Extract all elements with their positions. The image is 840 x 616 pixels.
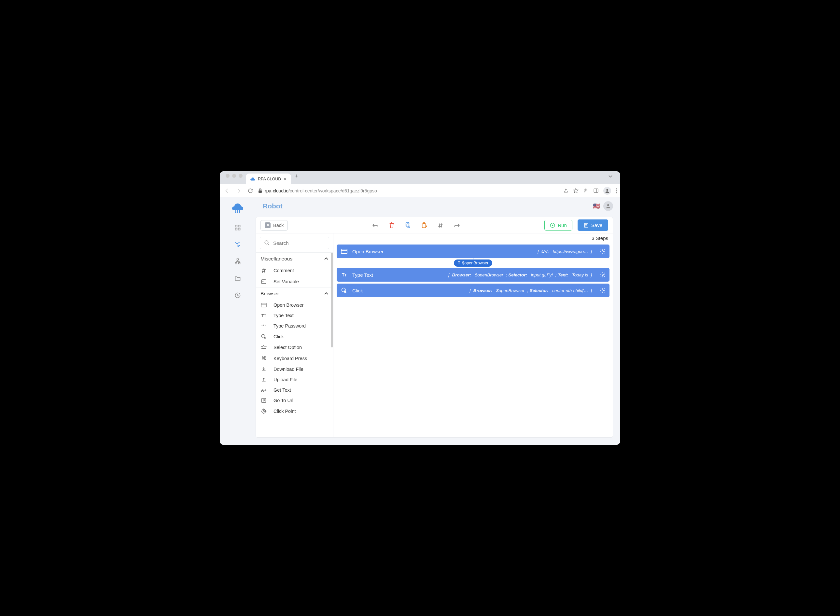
gear-icon[interactable] [600,248,605,254]
nav-forward-button[interactable] [235,187,243,195]
svg-line-28 [268,243,269,245]
tab-title: RPA CLOUD [258,177,281,181]
window-close-dot[interactable] [226,174,230,178]
run-button[interactable]: Run [544,220,572,230]
step-block[interactable]: Click [ Browser: $openBrowser ;Selector:… [337,284,610,297]
palette-item[interactable]: Download File [256,364,333,374]
chevron-up-icon [324,292,328,295]
section-header-browser[interactable]: Browser [256,287,333,300]
chevron-up-icon [324,257,328,261]
svg-point-12 [239,212,240,213]
paste-icon[interactable] [421,222,428,229]
click-icon [261,334,267,340]
svg-rect-15 [235,228,237,230]
save-icon [583,223,589,228]
chip-label: $openBrowser [462,261,489,265]
step-name: Type Text [352,272,373,278]
select-icon [261,345,267,350]
rail-workflow-icon[interactable] [234,258,241,265]
svg-point-21 [607,204,609,206]
close-icon[interactable]: × [284,176,286,182]
search-input[interactable] [273,240,325,246]
star-icon[interactable] [573,188,579,194]
window-minimize-dot[interactable] [232,174,236,178]
save-button[interactable]: Save [578,220,608,231]
palette-item[interactable]: TTType Text [256,310,333,321]
section-header-misc[interactable]: Miscellaneous [256,252,333,265]
delete-icon[interactable] [388,222,395,229]
play-icon [550,223,555,228]
palette-search[interactable] [260,237,329,249]
svg-point-36 [263,411,265,412]
rail-folder-icon[interactable] [234,275,241,282]
nav-back-button[interactable] [223,187,231,195]
extensions-icon[interactable] [583,188,589,194]
palette-item[interactable]: A+Get Text [256,385,333,395]
palette-item[interactable]: Click Point [256,406,333,417]
share-icon[interactable] [563,188,569,194]
step-params: [ Browser: $openBrowser ;Selector: input… [448,273,592,277]
svg-point-5 [616,190,617,191]
palette-item[interactable]: Select Option [256,342,333,353]
workflow-canvas: 3 Steps Open Browser [ Url: https://www.… [333,233,613,437]
get-text-icon: A+ [261,388,267,393]
address-bar: rpa-cloud.io/control-center/workspace/d6… [220,184,620,197]
page-title: Robot [263,202,283,210]
window-zoom-dot[interactable] [239,174,243,178]
back-button[interactable]: ✕ Back [261,220,288,230]
browser-tab[interactable]: RPA CLOUD × [246,173,291,184]
editor-card: ✕ Back Run [256,217,613,438]
palette-item[interactable]: ⌘Keyboard Press [256,353,333,364]
undo-icon[interactable] [372,222,379,229]
hash-icon[interactable] [437,222,444,229]
svg-point-39 [602,251,604,252]
back-x-icon: ✕ [265,222,271,228]
svg-rect-19 [239,263,240,264]
tab-overflow-button[interactable] [608,175,618,181]
app-logo[interactable] [231,202,244,213]
redo-icon[interactable] [453,222,460,229]
svg-rect-13 [235,225,237,227]
palette-item[interactable]: ***Type Password [256,321,333,331]
action-palette: Miscellaneous Comment Set Variable Brows… [256,233,333,437]
variable-chip[interactable]: T $openBrowser [454,260,492,267]
gear-icon[interactable] [600,272,605,278]
gear-icon[interactable] [600,287,605,293]
svg-point-30 [262,281,263,282]
locale-flag[interactable]: 🇺🇸 [593,202,600,210]
svg-rect-14 [238,225,240,227]
new-tab-button[interactable]: + [291,173,302,183]
kebab-icon[interactable] [616,188,617,194]
copy-icon[interactable] [405,222,412,229]
editor-toolbar: ✕ Back Run [256,217,613,233]
profile-avatar[interactable] [603,187,611,195]
palette-item[interactable]: Upload File [256,374,333,385]
palette-item[interactable]: Set Variable [256,276,333,287]
toolbar-center [290,222,542,229]
url-path: /control-center/workspace/d61gaezl9r5gps… [289,188,377,194]
step-block[interactable]: Open Browser [ Url: https://www.goo… ] [337,245,610,258]
url-field[interactable]: rpa-cloud.io/control-center/workspace/d6… [258,188,559,194]
rail-dashboard-icon[interactable] [234,224,241,231]
palette-item[interactable]: Open Browser [256,300,333,310]
panel-icon[interactable] [593,188,599,194]
svg-rect-17 [237,259,239,260]
palette-item[interactable]: Go To Url [256,395,333,406]
svg-point-6 [616,192,617,193]
goto-icon [261,398,267,403]
palette-item[interactable]: Comment [256,265,333,276]
browser-window: RPA CLOUD × + rpa-cloud.io/control-cente… [220,171,620,445]
rail-robot-icon[interactable] [234,241,241,248]
back-label: Back [273,223,284,228]
step-block[interactable]: TT Type Text [ Browser: $openBrowser ;Se… [337,268,610,282]
rail-history-icon[interactable] [234,292,241,299]
reload-button[interactable] [246,187,254,195]
svg-rect-18 [235,263,237,264]
variable-icon [261,279,267,285]
svg-point-40 [602,274,604,276]
chrome-action-icons [563,187,617,195]
user-avatar[interactable] [603,201,613,211]
scrollbar-thumb[interactable] [331,253,333,348]
hash-icon [261,268,267,273]
palette-item[interactable]: Click [256,331,333,342]
